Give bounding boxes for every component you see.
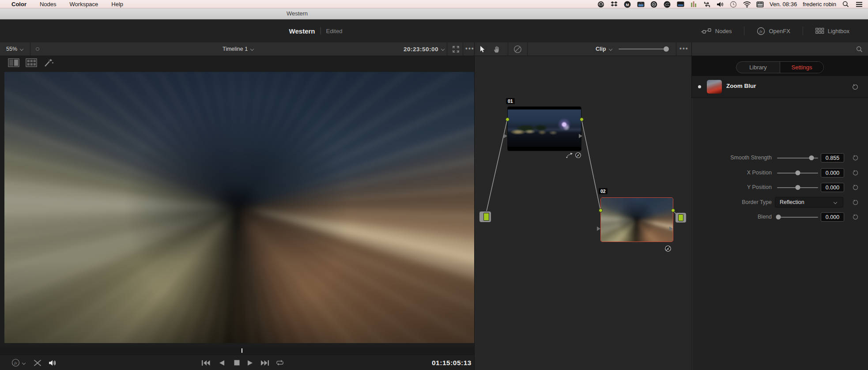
- node-01[interactable]: [507, 106, 581, 151]
- creative-cloud-icon[interactable]: [597, 0, 605, 8]
- reset-icon[interactable]: [852, 199, 859, 206]
- loop-playback-button[interactable]: [275, 355, 284, 370]
- y-position-value[interactable]: 0.000: [821, 183, 844, 192]
- bypass-grades-icon[interactable]: [513, 45, 522, 53]
- node-02-key-output-arrow[interactable]: [669, 227, 673, 231]
- globe-hand-icon[interactable]: [664, 0, 671, 8]
- target-icon[interactable]: [650, 0, 658, 8]
- go-to-last-frame-button[interactable]: [260, 355, 269, 370]
- source-input-socket[interactable]: [479, 211, 491, 222]
- tab-library[interactable]: Library: [736, 62, 780, 73]
- grid-view-icon[interactable]: [26, 58, 37, 67]
- audio-levels-icon[interactable]: [690, 0, 698, 8]
- node-mode-dropdown[interactable]: Clip: [596, 46, 612, 52]
- header-right-buttons: Nodes fx OpenFX Lightbox: [689, 19, 862, 42]
- pan-hand-icon[interactable]: [493, 45, 501, 53]
- input-source-icon[interactable]: [756, 0, 764, 8]
- display-app-icon[interactable]: [677, 0, 684, 8]
- viewer-timecode-dropdown[interactable]: 20:23:50:00: [404, 46, 444, 53]
- tab-settings[interactable]: Settings: [780, 62, 823, 73]
- notification-center-icon[interactable]: [855, 0, 863, 8]
- y-position-slider[interactable]: [777, 187, 818, 188]
- timeline-dropdown[interactable]: Timeline 1: [223, 46, 253, 52]
- node-01-key-output-arrow[interactable]: [579, 134, 582, 138]
- effect-row-zoom-blur[interactable]: Zoom Blur: [692, 76, 868, 98]
- app-menu[interactable]: Color: [11, 1, 26, 8]
- audio-mute-icon[interactable]: [49, 355, 57, 370]
- node-01-output-dot[interactable]: [580, 117, 584, 121]
- setting-row-border-type: Border Type Reflection: [692, 195, 868, 210]
- menu-bar-user[interactable]: frederic robin: [803, 1, 836, 8]
- camera-app-icon[interactable]: [637, 0, 645, 8]
- source-green-connector: [483, 213, 489, 221]
- node-02-key-input-arrow[interactable]: [597, 227, 600, 231]
- playhead-marker[interactable]: [242, 348, 242, 353]
- viewer-options-menu[interactable]: •••: [465, 45, 475, 52]
- split-clip-icon[interactable]: [34, 355, 42, 370]
- slider-knob[interactable]: [664, 46, 669, 52]
- openfx-panel-button[interactable]: fx OpenFX: [744, 27, 802, 35]
- slider-knob[interactable]: [776, 215, 781, 219]
- sync-arrows-icon[interactable]: [703, 0, 711, 8]
- slider-knob[interactable]: [795, 185, 800, 190]
- reset-icon[interactable]: [852, 214, 859, 220]
- node-editor-options-menu[interactable]: •••: [679, 45, 689, 52]
- x-position-value[interactable]: 0.000: [821, 168, 844, 177]
- openfx-button-label: OpenFX: [769, 28, 790, 34]
- blend-slider[interactable]: [777, 217, 818, 218]
- slider-knob[interactable]: [795, 170, 800, 175]
- node-02-selected[interactable]: [600, 197, 673, 242]
- search-icon[interactable]: [856, 46, 863, 53]
- play-button[interactable]: [247, 355, 253, 370]
- resolve-header: Western Edited Nodes fx OpenFX Lightbox: [0, 19, 868, 42]
- reset-icon[interactable]: [852, 184, 859, 191]
- node-02-input-dot[interactable]: [599, 208, 603, 212]
- m-app-icon[interactable]: M: [624, 0, 631, 8]
- smooth-strength-value[interactable]: 0.855: [821, 153, 844, 162]
- stop-button[interactable]: [234, 355, 240, 370]
- nodes-panel-button[interactable]: Nodes: [689, 28, 744, 34]
- slider-knob[interactable]: [809, 155, 814, 160]
- chevron-down-icon: [20, 47, 23, 51]
- window-title-bar[interactable]: Western: [0, 8, 868, 19]
- reset-icon[interactable]: [852, 170, 859, 176]
- split-screen-icon[interactable]: [8, 58, 19, 67]
- viewer-scrub-bar[interactable]: [0, 347, 474, 354]
- node-02-output-dot[interactable]: [671, 208, 675, 212]
- menu-workspace[interactable]: Workspace: [70, 1, 98, 8]
- reset-icon[interactable]: [852, 155, 859, 161]
- menu-bar-status-items: M Ven. 08:36 frederic robin: [597, 0, 863, 8]
- go-to-first-frame-button[interactable]: [201, 355, 210, 370]
- effect-enabled-bullet[interactable]: [698, 85, 701, 88]
- magic-enhance-icon[interactable]: [43, 58, 54, 68]
- time-machine-icon[interactable]: [730, 0, 737, 8]
- x-position-slider[interactable]: [777, 173, 818, 174]
- menu-bar-clock[interactable]: Ven. 08:36: [770, 1, 797, 8]
- project-title: Western: [289, 27, 315, 35]
- lightbox-panel-button[interactable]: Lightbox: [803, 28, 862, 34]
- expand-viewer-icon[interactable]: [452, 45, 460, 53]
- viewer-toolbar: 55% Timeline 1 20:23:50:00 •••: [0, 42, 475, 56]
- viewer-zoom-dropdown[interactable]: 55%: [6, 46, 23, 52]
- viewer-image-zoom-blur-frame[interactable]: [4, 72, 474, 343]
- play-reverse-button[interactable]: [219, 355, 225, 370]
- node-tree-output-socket[interactable]: [676, 213, 686, 223]
- clean-feed-indicator-icon[interactable]: [36, 47, 39, 51]
- node-01-key-input-arrow[interactable]: [504, 134, 507, 138]
- blend-value[interactable]: 0.000: [821, 212, 844, 222]
- border-type-dropdown[interactable]: Reflection: [775, 197, 843, 208]
- dropbox-icon[interactable]: [611, 0, 618, 8]
- spotlight-search-icon[interactable]: [842, 0, 849, 8]
- wifi-icon[interactable]: [743, 0, 751, 8]
- node-02-thumbnail: [601, 198, 673, 242]
- menu-help[interactable]: Help: [111, 1, 123, 8]
- smooth-strength-slider[interactable]: [777, 158, 818, 159]
- node-zoom-slider[interactable]: [619, 49, 666, 49]
- node-01-input-dot[interactable]: [506, 117, 509, 121]
- clip-fx-dropdown[interactable]: fx: [11, 355, 25, 370]
- node-editor-pane[interactable]: 01 fx 02 fx: [475, 56, 692, 370]
- volume-icon[interactable]: [717, 0, 724, 8]
- select-tool-icon[interactable]: [479, 45, 485, 53]
- menu-nodes[interactable]: Nodes: [40, 1, 57, 8]
- effect-reset-icon[interactable]: [852, 83, 859, 91]
